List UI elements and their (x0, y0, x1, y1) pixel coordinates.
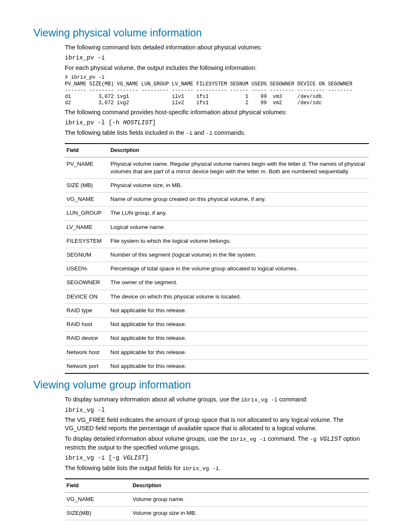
vg-para-4: The following table lists the output fie… (65, 464, 369, 473)
text: The following table lists fields include… (65, 129, 186, 136)
table-row: SIZE(MB)Volume group size in MB. (65, 506, 369, 520)
heading-volume-group: Viewing volume group information (33, 378, 369, 392)
table-row: DEVICE ONThe device on which this physic… (65, 290, 369, 303)
th-field: Field (65, 479, 131, 492)
vg-cmd-1: ibrix_vg -l (65, 406, 369, 415)
desc-cell: Not applicable for this release. (109, 359, 369, 373)
text: Physical volume name. Regular physical v… (110, 161, 302, 167)
field-cell: USED% (65, 262, 109, 276)
field-cell: LV_NAME (65, 220, 109, 234)
cmd-arg: HOSTLIST (123, 119, 152, 126)
table-row: FILESYSTEMFile system to which the logic… (65, 234, 369, 248)
table-row: SEGOWNERThe owner of the segment. (65, 276, 369, 290)
field-cell: SIZE(MB) (65, 506, 131, 520)
heading-physical-volume: Viewing physical volume information (33, 26, 369, 40)
vg-intro-1: To display summary information about all… (65, 396, 369, 404)
inline-code: -i (186, 130, 192, 136)
table-row: LV_NAMELogical volume name. (65, 220, 369, 234)
inline-code: ibrix_vg -l (241, 397, 278, 403)
text: To display detailed information about vo… (65, 435, 230, 442)
inline-code: -l (206, 130, 212, 136)
table-row: VG_NAMEVolume group name. (65, 492, 369, 506)
table-row: RAID typeNot applicable for this release… (65, 303, 369, 317)
desc-cell: The device on which this physical volume… (109, 290, 369, 303)
pv-intro-1: The following command lists detailed inf… (65, 44, 369, 52)
inline-code-arg: VGLIST (320, 436, 341, 442)
desc-cell: Logical volume name. (109, 220, 369, 234)
vg-cmd-2: ibrix_vg -i [-g VGLIST] (65, 454, 369, 463)
table-row: RAID deviceNot applicable for this relea… (65, 332, 369, 345)
field-cell: VG_NAME (65, 492, 131, 506)
table-row: Network hostNot applicable for this rele… (65, 345, 369, 359)
pv-cmd-1: ibrix_pv -i (65, 54, 369, 62)
text: To display summary information about all… (65, 396, 241, 403)
pv-cmd-2: ibrix_pv -l [-h HOSTLIST] (65, 119, 369, 127)
desc-cell: File system to which the logical volume … (109, 234, 369, 248)
vg-section-body: To display summary information about all… (65, 396, 369, 520)
desc-cell: Physical volume name. Regular physical v… (109, 157, 369, 178)
th-field: Field (65, 144, 109, 157)
italic-letter: d (302, 161, 305, 167)
table-row: VG_NAMEName of volume group created on t… (65, 193, 369, 206)
table-row: Network portNot applicable for this rele… (65, 359, 369, 373)
table-row: PV_NAME Physical volume name. Regular ph… (65, 157, 369, 178)
table-row: RAID hostNot applicable for this release… (65, 318, 369, 332)
cmd-text: ] (145, 455, 148, 461)
desc-cell: Not applicable for this release. (109, 318, 369, 332)
field-cell: RAID device (65, 332, 109, 345)
text: The following table lists the output fie… (65, 465, 182, 471)
table-row: SEGNUMNumber of this segment (logical vo… (65, 248, 369, 262)
field-cell: SEGNUM (65, 248, 109, 262)
field-cell: DEVICE ON (65, 290, 109, 303)
pv-output-block: # ibrix_pv -i PV_NAME SIZE(MB) VG_NAME L… (65, 75, 369, 106)
table-row: SIZE (MB)Physical volume size, in MB. (65, 178, 369, 192)
field-cell: FILESYSTEM (65, 234, 109, 248)
cmd-text: ibrix_pv -l [-h (65, 119, 123, 126)
vg-para-2: The VG_FREE field indicates the amount o… (65, 416, 369, 432)
field-cell: RAID type (65, 303, 109, 317)
vg-field-table: Field Description VG_NAMEVolume group na… (65, 478, 369, 520)
pv-intro-4: The following table lists fields include… (65, 129, 369, 137)
cmd-text: ibrix_vg -i [-g (65, 455, 123, 461)
desc-cell: Name of volume group created on this phy… (109, 193, 369, 206)
pv-intro-3: The following command provides host-spec… (65, 108, 369, 117)
text: command: (278, 396, 308, 403)
table-row: USED%Percentage of total space in the vo… (65, 262, 369, 276)
pv-section-body: The following command lists detailed inf… (65, 44, 369, 374)
pv-field-table: Field Description PV_NAME Physical volum… (65, 143, 369, 374)
desc-cell: Not applicable for this release. (109, 332, 369, 345)
field-cell: LUN_GROUP (65, 206, 109, 220)
inline-code: -g (310, 436, 320, 442)
vg-para-3: To display detailed information about vo… (65, 435, 369, 452)
inline-code: ibrix_vg -i (230, 436, 266, 442)
desc-cell: The owner of the segment. (109, 276, 369, 290)
italic-letter: m (261, 168, 265, 175)
desc-cell: Not applicable for this release. (109, 345, 369, 359)
pv-intro-2: For each physical volume, the output inc… (65, 64, 369, 72)
desc-cell: Volume group name. (131, 492, 369, 506)
desc-cell: The LUN group, if any. (109, 206, 369, 220)
field-cell: PV_NAME (65, 157, 109, 178)
table-row: LUN_GROUPThe LUN group, if any. (65, 206, 369, 220)
field-cell: Network host (65, 345, 109, 359)
text: . (219, 465, 220, 471)
field-cell: SIZE (MB) (65, 178, 109, 192)
text: and (192, 129, 206, 136)
desc-cell: Not applicable for this release. (109, 303, 369, 317)
field-cell: VG_NAME (65, 193, 109, 206)
desc-cell: Percentage of total space in the volume … (109, 262, 369, 276)
inline-code: ibrix_vg -i (182, 465, 219, 472)
th-description: Description (109, 144, 369, 157)
th-description: Description (131, 479, 369, 492)
field-cell: Network port (65, 359, 109, 373)
text: . Both are numbered sequentially. (266, 168, 350, 175)
text: commands. (212, 129, 246, 136)
desc-cell: Number of this segment (logical volume) … (109, 248, 369, 262)
cmd-text: ] (152, 119, 156, 126)
desc-cell: Physical volume size, in MB. (109, 178, 369, 192)
cmd-arg: VGLIST (123, 455, 145, 461)
desc-cell: Volume group size in MB. (131, 506, 369, 520)
field-cell: SEGOWNER (65, 276, 109, 290)
field-cell: RAID host (65, 318, 109, 332)
text: command. The (266, 435, 310, 442)
